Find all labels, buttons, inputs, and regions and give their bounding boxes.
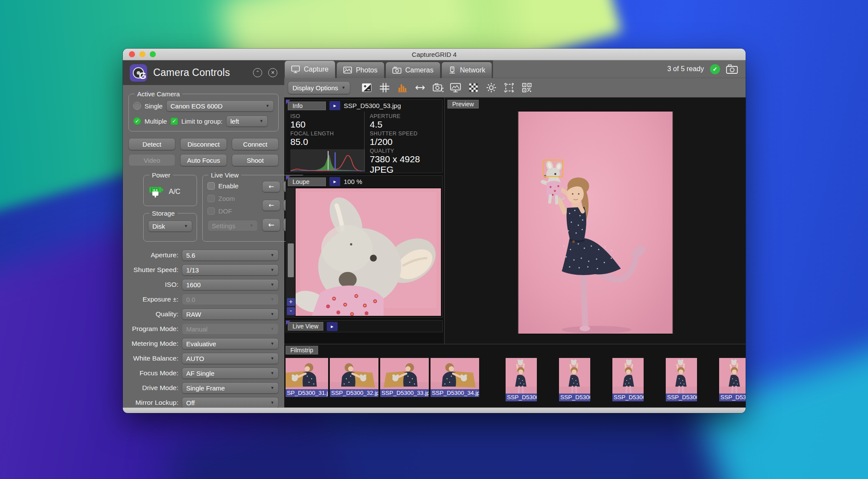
live-view-dof-checkbox[interactable] (207, 207, 215, 215)
filmstrip-item[interactable]: SSP_D5300_3 (506, 358, 537, 401)
battery-ac-icon (148, 186, 165, 198)
live-view-play-button[interactable]: ► (327, 322, 338, 331)
thumbnail-filename: SSP_D5300_3 (559, 394, 590, 401)
shoot-button[interactable]: Shoot (232, 154, 279, 166)
focus-near-small-button[interactable]: ← (262, 181, 280, 192)
focus-near-medium-button[interactable]: ← (262, 200, 280, 211)
filmstrip-chip[interactable]: Filmstrip (286, 346, 318, 354)
preview-display-button[interactable] (449, 81, 462, 94)
program-mode-select[interactable]: Manual▼ (182, 323, 279, 335)
titlebar[interactable]: CaptureGRID 4 (123, 49, 746, 60)
barcode-scan-button[interactable] (520, 81, 533, 94)
multiple-label: Multiple (145, 118, 167, 125)
live-view-enable-checkbox[interactable] (207, 182, 215, 190)
transparency-checker-button[interactable] (467, 81, 480, 94)
storage-select[interactable]: Disk ▼ (148, 220, 192, 232)
zoom-out-button[interactable]: - (287, 307, 295, 315)
checkerboard-icon (468, 82, 479, 93)
group-select[interactable]: left ▼ (226, 115, 268, 127)
shutter-speed-select[interactable]: 1/13▼ (182, 264, 279, 276)
rotate-photo-button[interactable] (431, 81, 444, 94)
filmstrip-item[interactable]: SSP_D5300_32.jpg (330, 358, 378, 397)
panel-handle-icon[interactable] (286, 176, 290, 180)
brightness-button[interactable] (485, 81, 498, 94)
loupe-play-button[interactable]: ► (329, 177, 340, 186)
zoom-in-button[interactable]: + (287, 298, 295, 306)
thumbnail-filename: SSP_D5300_33.jpg (380, 389, 429, 397)
camera-status-area: 3 of 5 ready ✓ (493, 60, 746, 78)
mirror-lockup-select[interactable]: Off▼ (182, 397, 279, 408)
crop-frame-button[interactable] (503, 81, 516, 94)
info-panel-chip[interactable]: Info (288, 102, 326, 110)
panel-handle-icon[interactable] (286, 100, 290, 104)
filmstrip-item[interactable]: SSP_D5300_3 (666, 358, 697, 401)
single-radio[interactable] (133, 102, 141, 110)
preview-photo[interactable] (518, 111, 673, 334)
ready-status-text: 3 of 5 ready (667, 65, 704, 73)
photo-icon (343, 66, 352, 74)
loupe-panel-chip[interactable]: Loupe (288, 177, 326, 186)
limit-to-group-checkbox[interactable]: ✓ (171, 118, 178, 125)
aperture-select[interactable]: 5.6▼ (182, 249, 279, 261)
camera-rotate-icon (432, 82, 444, 93)
zoom-label: Zoom (218, 195, 235, 202)
loupe-image[interactable] (295, 188, 441, 316)
filmstrip-item[interactable]: SSP_D5300_34.jpg (431, 358, 479, 397)
exposure-select[interactable]: 0.0▼ (182, 294, 279, 305)
histogram-chart (290, 149, 365, 172)
format-info-value: JPEG (370, 164, 439, 175)
panel-handle-icon[interactable] (286, 321, 290, 325)
histogram-toggle-button[interactable] (396, 81, 409, 94)
tab-network[interactable]: Network (441, 62, 493, 78)
display-options-button[interactable]: Display Options ▼ (288, 81, 350, 94)
tab-capture[interactable]: Capture (284, 60, 335, 78)
play-icon: ► (333, 103, 337, 108)
tab-photos[interactable]: Photos (336, 62, 385, 78)
dropdown-arrow-icon: ▼ (270, 341, 274, 346)
info-play-button[interactable]: ► (329, 101, 340, 110)
focus-mode-select[interactable]: AF Single▼ (182, 367, 279, 379)
dropdown-arrow-icon: ▼ (184, 224, 188, 228)
multiple-radio[interactable]: ✓ (133, 117, 141, 125)
thumbnail-filename: SSP_D5300_3 (666, 394, 697, 401)
drive-mode-select[interactable]: Single Frame▼ (182, 382, 279, 394)
metering-mode-label: Metering Mode: (128, 340, 178, 348)
filmstrip-item[interactable]: SSP_D53 (719, 358, 746, 401)
filmstrip-item[interactable]: SSP_D5300_33.jpg (380, 358, 429, 397)
info-panel: Info ► SSP_D5300_53.jpg ISO 160 FOCAL LE… (286, 99, 443, 173)
slider-thumb[interactable] (288, 243, 294, 277)
live-view-chip[interactable]: Live View (288, 322, 323, 331)
video-button[interactable]: Video (128, 154, 175, 166)
detect-button[interactable]: Detect (128, 138, 175, 150)
metering-mode-select[interactable]: Evaluative▼ (182, 338, 279, 349)
live-view-settings-select[interactable]: Settings ▼ (207, 220, 258, 231)
loupe-zoom-slider[interactable]: + - (286, 188, 295, 316)
auto-focus-button[interactable]: Auto Focus (180, 154, 227, 166)
shoot-status-camera-icon[interactable] (726, 64, 738, 74)
tab-cameras[interactable]: Cameras (385, 62, 441, 78)
close-panel-button[interactable]: ✕ (268, 68, 277, 77)
fit-width-button[interactable] (414, 81, 427, 94)
live-view-zoom-checkbox[interactable] (207, 195, 215, 202)
preview-chip[interactable]: Preview (447, 100, 479, 108)
disconnect-button[interactable]: Disconnect (180, 138, 227, 150)
camera-model-select[interactable]: Canon EOS 600D ▼ (166, 100, 274, 112)
monitor-photo-icon (450, 82, 461, 93)
filmstrip-item[interactable]: SSP_D5300_3 (559, 358, 590, 401)
play-icon: ► (330, 324, 334, 329)
camera-icon (392, 66, 401, 74)
focus-near-large-button[interactable]: ← (262, 218, 280, 231)
dropdown-arrow-icon: ▼ (270, 327, 274, 331)
camera-controls-panel: G Camera Controls ⌃ ✕ Active Camera Sing… (123, 60, 284, 407)
collapse-panel-button[interactable]: ⌃ (253, 68, 262, 77)
quality-select[interactable]: RAW▼ (182, 308, 279, 320)
histogram-icon (397, 82, 408, 93)
grid-overlay-button[interactable] (378, 81, 391, 94)
iso-select[interactable]: 1600▼ (182, 279, 279, 290)
white-balance-select[interactable]: AUTO▼ (182, 353, 279, 364)
filmstrip-item[interactable]: SP_D5300_31.jpg (286, 358, 328, 397)
exposure-adjust-button[interactable] (360, 81, 373, 94)
power-group: Power A/C (143, 175, 197, 206)
connect-button[interactable]: Connect (232, 138, 279, 150)
filmstrip-item[interactable]: SSP_D5300_3 (612, 358, 644, 401)
